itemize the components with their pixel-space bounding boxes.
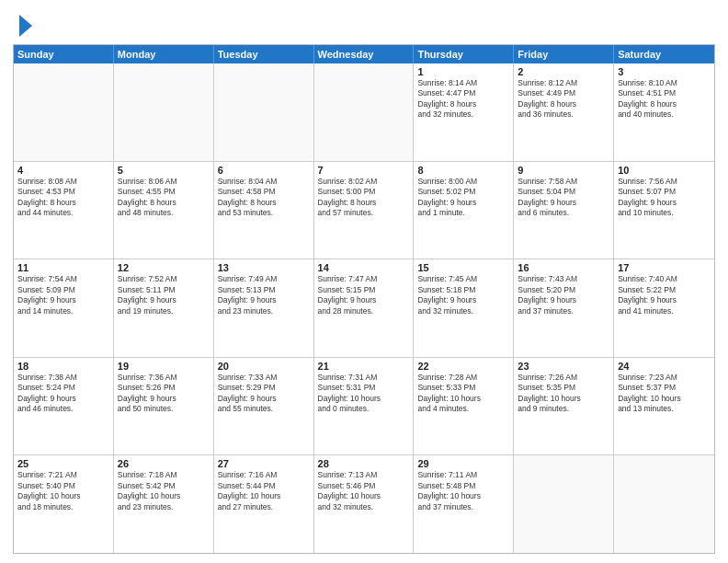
day-info: Sunrise: 8:00 AM Sunset: 5:02 PM Dayligh… bbox=[417, 177, 509, 219]
day-info: Sunrise: 7:49 AM Sunset: 5:13 PM Dayligh… bbox=[218, 274, 310, 316]
day-info: Sunrise: 7:40 AM Sunset: 5:22 PM Dayligh… bbox=[618, 274, 711, 316]
calendar-cell: 24Sunrise: 7:23 AM Sunset: 5:37 PM Dayli… bbox=[614, 358, 714, 455]
calendar-row: 11Sunrise: 7:54 AM Sunset: 5:09 PM Dayli… bbox=[14, 259, 714, 358]
day-info: Sunrise: 7:18 AM Sunset: 5:42 PM Dayligh… bbox=[118, 470, 210, 512]
calendar-cell: 10Sunrise: 7:56 AM Sunset: 5:07 PM Dayli… bbox=[614, 162, 714, 259]
calendar-header: SundayMondayTuesdayWednesdayThursdayFrid… bbox=[14, 45, 714, 63]
calendar-row: 1Sunrise: 8:14 AM Sunset: 4:47 PM Daylig… bbox=[14, 63, 714, 162]
day-number: 9 bbox=[518, 165, 609, 176]
day-info: Sunrise: 8:12 AM Sunset: 4:49 PM Dayligh… bbox=[518, 78, 609, 121]
day-info: Sunrise: 7:33 AM Sunset: 5:29 PM Dayligh… bbox=[218, 373, 310, 415]
day-number: 7 bbox=[318, 165, 410, 176]
calendar-cell: 2Sunrise: 8:12 AM Sunset: 4:49 PM Daylig… bbox=[514, 63, 614, 161]
weekday-header: Sunday bbox=[14, 45, 114, 63]
calendar-cell: 3Sunrise: 8:10 AM Sunset: 4:51 PM Daylig… bbox=[614, 63, 714, 161]
day-number: 21 bbox=[318, 361, 410, 372]
header bbox=[13, 9, 715, 39]
day-info: Sunrise: 7:23 AM Sunset: 5:37 PM Dayligh… bbox=[618, 373, 711, 415]
day-info: Sunrise: 8:04 AM Sunset: 4:58 PM Dayligh… bbox=[218, 177, 310, 219]
day-number: 2 bbox=[518, 66, 609, 77]
day-info: Sunrise: 8:08 AM Sunset: 4:53 PM Dayligh… bbox=[17, 177, 109, 219]
calendar-cell: 25Sunrise: 7:21 AM Sunset: 5:40 PM Dayli… bbox=[14, 455, 114, 553]
weekday-header: Thursday bbox=[414, 45, 514, 63]
day-info: Sunrise: 7:13 AM Sunset: 5:46 PM Dayligh… bbox=[318, 470, 410, 512]
day-number: 15 bbox=[417, 262, 509, 273]
day-info: Sunrise: 7:43 AM Sunset: 5:20 PM Dayligh… bbox=[518, 274, 609, 316]
calendar-cell: 5Sunrise: 8:06 AM Sunset: 4:55 PM Daylig… bbox=[114, 162, 214, 259]
day-info: Sunrise: 7:45 AM Sunset: 5:18 PM Dayligh… bbox=[417, 274, 509, 316]
logo-icon bbox=[16, 13, 36, 39]
svg-marker-0 bbox=[19, 15, 32, 37]
day-number: 5 bbox=[118, 165, 210, 176]
calendar-row: 25Sunrise: 7:21 AM Sunset: 5:40 PM Dayli… bbox=[14, 455, 714, 553]
day-number: 23 bbox=[518, 361, 609, 372]
day-info: Sunrise: 7:26 AM Sunset: 5:35 PM Dayligh… bbox=[518, 373, 609, 415]
calendar-cell: 17Sunrise: 7:40 AM Sunset: 5:22 PM Dayli… bbox=[614, 259, 714, 357]
day-number: 17 bbox=[618, 262, 711, 273]
day-number: 19 bbox=[118, 361, 210, 372]
day-number: 3 bbox=[618, 66, 711, 77]
day-info: Sunrise: 8:14 AM Sunset: 4:47 PM Dayligh… bbox=[417, 78, 509, 121]
day-number: 1 bbox=[417, 66, 509, 77]
day-info: Sunrise: 7:11 AM Sunset: 5:48 PM Dayligh… bbox=[417, 470, 509, 512]
calendar-cell bbox=[614, 455, 714, 553]
day-number: 28 bbox=[318, 458, 410, 469]
day-info: Sunrise: 7:54 AM Sunset: 5:09 PM Dayligh… bbox=[17, 274, 109, 316]
calendar-cell: 27Sunrise: 7:16 AM Sunset: 5:44 PM Dayli… bbox=[214, 455, 314, 553]
calendar-cell: 4Sunrise: 8:08 AM Sunset: 4:53 PM Daylig… bbox=[14, 162, 114, 259]
calendar-cell bbox=[514, 455, 614, 553]
day-info: Sunrise: 7:38 AM Sunset: 5:24 PM Dayligh… bbox=[17, 373, 109, 415]
calendar-cell: 19Sunrise: 7:36 AM Sunset: 5:26 PM Dayli… bbox=[114, 358, 214, 455]
day-info: Sunrise: 8:02 AM Sunset: 5:00 PM Dayligh… bbox=[318, 177, 410, 219]
day-number: 24 bbox=[618, 361, 711, 372]
day-info: Sunrise: 7:28 AM Sunset: 5:33 PM Dayligh… bbox=[417, 373, 509, 415]
calendar-cell bbox=[114, 63, 214, 161]
calendar-cell: 29Sunrise: 7:11 AM Sunset: 5:48 PM Dayli… bbox=[414, 455, 514, 553]
day-number: 27 bbox=[218, 458, 310, 469]
day-info: Sunrise: 7:58 AM Sunset: 5:04 PM Dayligh… bbox=[518, 177, 609, 219]
day-info: Sunrise: 7:36 AM Sunset: 5:26 PM Dayligh… bbox=[118, 373, 210, 415]
weekday-header: Monday bbox=[114, 45, 214, 63]
logo bbox=[13, 13, 36, 39]
calendar-cell: 9Sunrise: 7:58 AM Sunset: 5:04 PM Daylig… bbox=[514, 162, 614, 259]
calendar-cell: 12Sunrise: 7:52 AM Sunset: 5:11 PM Dayli… bbox=[114, 259, 214, 357]
day-number: 14 bbox=[318, 262, 410, 273]
day-number: 4 bbox=[17, 165, 109, 176]
day-number: 11 bbox=[17, 262, 109, 273]
day-number: 8 bbox=[417, 165, 509, 176]
day-info: Sunrise: 7:52 AM Sunset: 5:11 PM Dayligh… bbox=[118, 274, 210, 316]
calendar-cell: 28Sunrise: 7:13 AM Sunset: 5:46 PM Dayli… bbox=[314, 455, 415, 553]
day-number: 12 bbox=[118, 262, 210, 273]
weekday-header: Tuesday bbox=[214, 45, 314, 63]
calendar-cell: 21Sunrise: 7:31 AM Sunset: 5:31 PM Dayli… bbox=[314, 358, 415, 455]
calendar-body: 1Sunrise: 8:14 AM Sunset: 4:47 PM Daylig… bbox=[14, 63, 714, 553]
calendar-cell: 18Sunrise: 7:38 AM Sunset: 5:24 PM Dayli… bbox=[14, 358, 114, 455]
calendar-cell: 22Sunrise: 7:28 AM Sunset: 5:33 PM Dayli… bbox=[414, 358, 514, 455]
day-info: Sunrise: 7:16 AM Sunset: 5:44 PM Dayligh… bbox=[218, 470, 310, 512]
day-number: 18 bbox=[17, 361, 109, 372]
calendar: SundayMondayTuesdayWednesdayThursdayFrid… bbox=[13, 44, 715, 554]
day-number: 10 bbox=[618, 165, 711, 176]
page: SundayMondayTuesdayWednesdayThursdayFrid… bbox=[0, 0, 728, 563]
day-number: 16 bbox=[518, 262, 609, 273]
calendar-cell bbox=[314, 63, 415, 161]
day-number: 25 bbox=[17, 458, 109, 469]
calendar-cell: 26Sunrise: 7:18 AM Sunset: 5:42 PM Dayli… bbox=[114, 455, 214, 553]
weekday-header: Wednesday bbox=[314, 45, 415, 63]
weekday-header: Friday bbox=[514, 45, 614, 63]
day-info: Sunrise: 7:21 AM Sunset: 5:40 PM Dayligh… bbox=[17, 470, 109, 512]
day-info: Sunrise: 7:47 AM Sunset: 5:15 PM Dayligh… bbox=[318, 274, 410, 316]
calendar-cell bbox=[14, 63, 114, 161]
weekday-header: Saturday bbox=[614, 45, 714, 63]
day-info: Sunrise: 8:06 AM Sunset: 4:55 PM Dayligh… bbox=[118, 177, 210, 219]
calendar-cell bbox=[214, 63, 314, 161]
calendar-cell: 15Sunrise: 7:45 AM Sunset: 5:18 PM Dayli… bbox=[414, 259, 514, 357]
day-info: Sunrise: 7:31 AM Sunset: 5:31 PM Dayligh… bbox=[318, 373, 410, 415]
day-number: 29 bbox=[417, 458, 509, 469]
calendar-cell: 20Sunrise: 7:33 AM Sunset: 5:29 PM Dayli… bbox=[214, 358, 314, 455]
day-number: 20 bbox=[218, 361, 310, 372]
calendar-cell: 14Sunrise: 7:47 AM Sunset: 5:15 PM Dayli… bbox=[314, 259, 415, 357]
day-info: Sunrise: 8:10 AM Sunset: 4:51 PM Dayligh… bbox=[618, 78, 711, 121]
calendar-row: 18Sunrise: 7:38 AM Sunset: 5:24 PM Dayli… bbox=[14, 358, 714, 456]
day-number: 6 bbox=[218, 165, 310, 176]
